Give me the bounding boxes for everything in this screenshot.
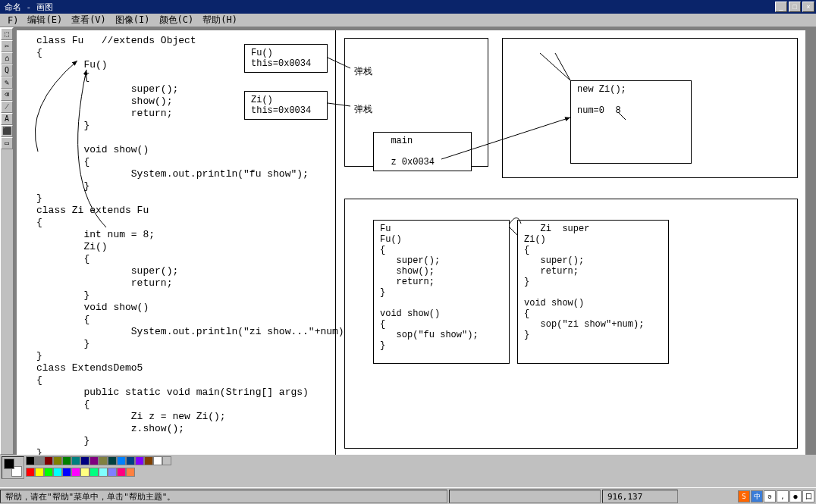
color-swatch[interactable] — [62, 456, 71, 465]
tray-icon-5[interactable]: ● — [789, 490, 802, 502]
color-swatch[interactable] — [135, 456, 144, 465]
stack-frame-fu: Fu() this=0x0034 — [244, 44, 328, 73]
window-controls: _ □ × — [775, 2, 814, 12]
menu-file[interactable]: F) — [3, 14, 23, 27]
zi-class-box: Zi super Zi() { super(); return; } void … — [517, 220, 669, 364]
tray-icon-4[interactable]: , — [777, 490, 789, 502]
menu-view[interactable]: 查看(V) — [67, 12, 111, 28]
tool-eraser-icon[interactable]: ⌂ — [1, 52, 13, 64]
color-swatch[interactable] — [35, 468, 44, 477]
menu-colors[interactable]: 颜色(C) — [155, 12, 199, 28]
fg-color-swatch — [4, 459, 14, 469]
color-swatch[interactable] — [99, 456, 108, 465]
status-coords: 916,137 — [602, 490, 678, 503]
color-swatch[interactable] — [53, 468, 62, 477]
color-swatch[interactable] — [162, 456, 171, 465]
color-swatch[interactable] — [117, 456, 126, 465]
color-swatch[interactable] — [35, 456, 44, 465]
menu-help[interactable]: 帮助(H) — [198, 12, 242, 28]
tool-magnify-icon[interactable]: Q — [1, 64, 13, 77]
stack-frame-zi: Zi() this=0x0034 — [244, 91, 328, 120]
color-swatch[interactable] — [117, 468, 126, 477]
system-tray: S 中 ə , ● 囗 — [738, 490, 814, 502]
tool-line-icon[interactable]: ⁄ — [1, 101, 13, 113]
canvas-area: class Fu //extends Object { Fu() { super… — [14, 27, 816, 455]
tool-text-icon[interactable]: A — [1, 113, 13, 125]
color-swatch[interactable] — [62, 468, 71, 477]
color-swatch[interactable] — [53, 456, 62, 465]
menu-edit[interactable]: 编辑(E) — [23, 12, 67, 28]
color-swatches — [26, 456, 177, 479]
status-dimensions — [449, 490, 601, 503]
heap-object: new Zi(); num=0 8 — [570, 80, 692, 164]
status-bar: 帮助，请在"帮助"菜单中，单击"帮助主题"。 916,137 S 中 ə , ●… — [0, 487, 816, 504]
pop-label-2: 弹栈 — [354, 103, 372, 116]
fu-class-box: Fu Fu() { super(); show(); return; } voi… — [373, 220, 510, 364]
color-swatch[interactable] — [26, 456, 35, 465]
color-palette — [0, 455, 179, 481]
main-frame: main z 0x0034 — [373, 132, 472, 171]
tool-rect-icon[interactable]: ⬛ — [1, 125, 13, 137]
tool-freeform-select-icon[interactable]: ⬚ — [1, 28, 13, 40]
color-swatch[interactable] — [126, 468, 135, 477]
maximize-button[interactable]: □ — [789, 2, 801, 12]
color-swatch[interactable] — [71, 456, 80, 465]
close-button[interactable]: × — [802, 2, 814, 12]
color-swatch[interactable] — [80, 456, 89, 465]
pop-label-1: 弹栈 — [354, 65, 372, 78]
color-swatch[interactable] — [108, 468, 117, 477]
color-swatch[interactable] — [153, 456, 162, 465]
color-swatch[interactable] — [80, 468, 89, 477]
color-swatch[interactable] — [26, 468, 35, 477]
color-swatch[interactable] — [99, 468, 108, 477]
tool-brush-icon[interactable]: ⌫ — [1, 89, 13, 101]
canvas[interactable]: class Fu //extends Object { Fu() { super… — [17, 30, 805, 455]
minimize-button[interactable]: _ — [775, 2, 787, 12]
toolbox: ⬚ ✂ ⌂ Q ✎ ⌫ ⁄ A ⬛ ▭ — [0, 27, 14, 455]
color-swatch[interactable] — [44, 468, 53, 477]
tool-rounded-icon[interactable]: ▭ — [1, 137, 13, 149]
color-swatch[interactable] — [89, 468, 99, 477]
menu-image[interactable]: 图像(I) — [111, 12, 155, 28]
color-swatch[interactable] — [44, 456, 53, 465]
color-swatch[interactable] — [144, 456, 153, 465]
color-swatch[interactable] — [108, 456, 117, 465]
tray-lang-icon[interactable]: 中 — [751, 490, 763, 502]
divider-line — [335, 30, 336, 455]
color-swatch[interactable] — [89, 456, 99, 465]
tool-select-icon[interactable]: ✂ — [1, 40, 13, 52]
current-colors[interactable] — [2, 456, 24, 479]
menu-bar: F) 编辑(E) 查看(V) 图像(I) 颜色(C) 帮助(H) — [0, 14, 816, 27]
status-help-text: 帮助，请在"帮助"菜单中，单击"帮助主题"。 — [0, 490, 447, 503]
tool-pencil-icon[interactable]: ✎ — [1, 77, 13, 89]
tray-icon-6[interactable]: 囗 — [802, 490, 814, 502]
tray-icon-3[interactable]: ə — [764, 490, 776, 502]
color-swatch[interactable] — [126, 456, 135, 465]
color-swatch[interactable] — [71, 468, 80, 477]
tray-ime-icon[interactable]: S — [738, 490, 750, 502]
window-title: 命名 - 画图 — [2, 2, 53, 13]
